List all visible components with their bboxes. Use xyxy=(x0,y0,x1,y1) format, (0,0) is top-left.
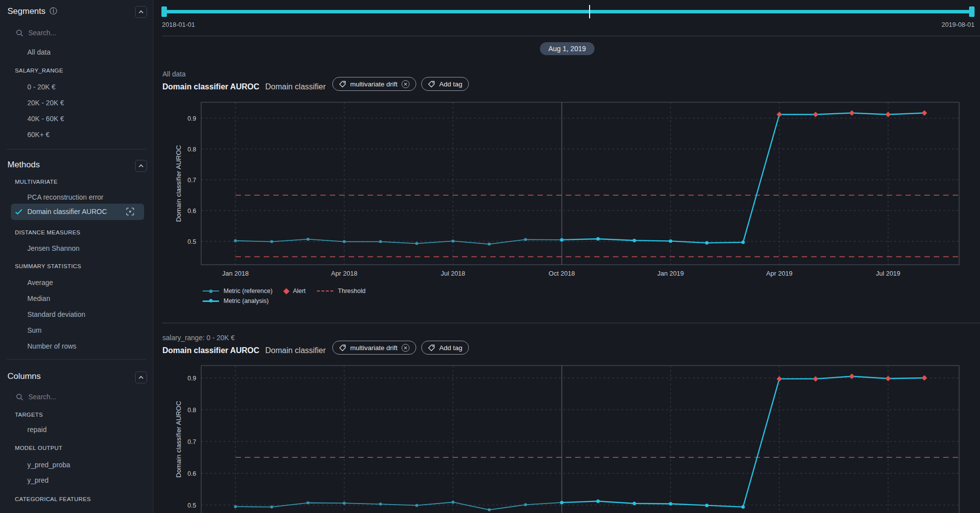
columns-search-input[interactable]: Search... xyxy=(16,393,56,401)
svg-text:0.6: 0.6 xyxy=(188,470,196,477)
sidebar-item-y-pred[interactable]: y_pred xyxy=(27,476,49,484)
segments-search-input[interactable]: Search... xyxy=(16,29,56,37)
metric-chart-all-data[interactable]: 0.50.60.70.80.9Jan 2018Apr 2018Jul 2018O… xyxy=(164,99,964,278)
add-tag-button[interactable]: Add tag xyxy=(421,77,469,91)
methods-title: Methods xyxy=(7,160,40,170)
section-divider xyxy=(162,36,980,36)
svg-text:Jul 2019: Jul 2019 xyxy=(876,270,900,277)
sidebar-item-pca-reconstruction-error[interactable]: PCA reconstruction error xyxy=(27,193,103,201)
checkmark-icon xyxy=(15,209,23,215)
tag-icon xyxy=(428,80,435,88)
sidebar-item-number-of-rows[interactable]: Number of rows xyxy=(27,342,76,350)
sidebar-item-repaid[interactable]: repaid xyxy=(27,426,47,434)
remove-tag-icon[interactable] xyxy=(401,80,410,88)
legend-item-analysis[interactable]: Metric (analysis) xyxy=(203,297,269,304)
analysis-line-swatch xyxy=(203,300,219,302)
legend-label-reference: Metric (reference) xyxy=(224,288,273,294)
panel-title-row: Domain classifier AUROC Domain classifie… xyxy=(162,346,326,355)
alert-diamond-icon xyxy=(283,288,290,294)
sidebar-item-0-20k[interactable]: 0 - 20K € xyxy=(27,83,56,91)
svg-text:0.7: 0.7 xyxy=(188,439,196,445)
tag-label: multivariate drift xyxy=(350,80,397,88)
group-label-distance-measures: DISTANCE MEASURES xyxy=(15,229,80,235)
panel-segment-label: salary_range: 0 - 20K € xyxy=(162,334,235,342)
svg-text:0.9: 0.9 xyxy=(188,115,196,122)
svg-text:0.6: 0.6 xyxy=(188,208,196,215)
segments-search-placeholder: Search... xyxy=(28,29,56,37)
panel-title: Domain classifier AUROC xyxy=(162,346,259,355)
focus-scan-icon[interactable] xyxy=(126,207,135,216)
svg-text:0.7: 0.7 xyxy=(188,177,196,184)
panel-title: Domain classifier AUROC xyxy=(162,82,259,91)
group-label-summary-statistics: SUMMARY STATISTICS xyxy=(15,263,81,269)
timeline-track[interactable] xyxy=(162,10,972,13)
group-label-multivariate: MULTIVARIATE xyxy=(15,179,58,185)
svg-text:0.8: 0.8 xyxy=(188,146,196,153)
sidebar-divider xyxy=(7,149,147,149)
info-icon[interactable]: ⓘ xyxy=(50,7,57,14)
group-label-salary-range: SALARY_RANGE xyxy=(15,68,63,73)
legend-item-alert[interactable]: Alert xyxy=(284,288,306,294)
columns-search-placeholder: Search... xyxy=(28,393,56,401)
remove-tag-icon[interactable] xyxy=(401,344,410,352)
columns-title: Columns xyxy=(7,371,41,381)
svg-text:0.5: 0.5 xyxy=(188,238,196,245)
group-label-targets: TARGETS xyxy=(15,412,43,418)
tag-icon xyxy=(339,344,346,352)
timeline-end-date: 2019-08-01 xyxy=(942,21,975,28)
tag-label: multivariate drift xyxy=(350,344,397,352)
add-tag-label: Add tag xyxy=(439,344,462,352)
timeline-handle-end[interactable] xyxy=(969,6,975,17)
panel-tags: multivariate drift Add tag xyxy=(332,77,469,91)
sidebar-item-domain-classifier-auroc[interactable]: Domain classifier AUROC xyxy=(11,204,144,220)
sidebar-item-median[interactable]: Median xyxy=(27,294,50,302)
legend-item-threshold[interactable]: Threshold xyxy=(317,288,366,294)
chart-legend: Metric (reference) Alert Threshold Metri… xyxy=(203,287,377,306)
svg-text:0.8: 0.8 xyxy=(188,407,196,414)
svg-text:Apr 2018: Apr 2018 xyxy=(331,270,358,277)
svg-text:0.5: 0.5 xyxy=(188,502,196,509)
sidebar-item-40k-60k[interactable]: 40K - 60K € xyxy=(27,115,64,123)
section-divider xyxy=(162,323,980,323)
panel-subtitle: Domain classifier xyxy=(265,346,326,355)
sidebar-item-standard-deviation[interactable]: Standard deviation xyxy=(27,310,85,318)
tag-multivariate-drift[interactable]: multivariate drift xyxy=(332,341,416,355)
reference-line-swatch xyxy=(203,291,219,292)
timeline-cursor[interactable] xyxy=(589,5,590,18)
search-icon xyxy=(16,29,23,37)
group-label-categorical-features: CATEGORICAL FEATURES xyxy=(15,496,91,502)
metric-chart-salary-0-20k[interactable]: 0.50.60.70.80.9Domain classifier AUROC xyxy=(164,362,964,513)
add-tag-label: Add tag xyxy=(439,80,462,88)
panel-title-row: Domain classifier AUROC Domain classifie… xyxy=(162,82,326,91)
app-root: Segments ⓘ Search... Methods Domain clas… xyxy=(0,0,980,513)
svg-text:Jan 2018: Jan 2018 xyxy=(222,270,249,277)
tag-icon xyxy=(428,344,435,352)
sidebar-item-20k-20k[interactable]: 20K - 20K € xyxy=(27,99,64,107)
add-tag-button[interactable]: Add tag xyxy=(421,341,469,355)
sidebar-item-sum[interactable]: Sum xyxy=(27,326,42,334)
methods-collapse-button[interactable] xyxy=(135,160,147,172)
sidebar-item-y-pred-proba[interactable]: y_pred_proba xyxy=(27,461,70,469)
svg-text:Jan 2019: Jan 2019 xyxy=(657,270,684,277)
svg-text:0.9: 0.9 xyxy=(188,375,196,382)
svg-text:Domain classifier AUROC: Domain classifier AUROC xyxy=(175,145,182,222)
timeline-handle-start[interactable] xyxy=(161,6,167,17)
columns-collapse-button[interactable] xyxy=(135,371,147,383)
legend-label-analysis: Metric (analysis) xyxy=(224,297,269,304)
sidebar-item-jensen-shannon[interactable]: Jensen Shannon xyxy=(27,244,79,252)
timeline-start-date: 2018-01-01 xyxy=(162,21,195,28)
selected-date-chip: Aug 1, 2019 xyxy=(540,42,595,55)
sidebar-item-60k-plus[interactable]: 60K+ € xyxy=(27,131,50,139)
svg-text:Jul 2018: Jul 2018 xyxy=(441,270,465,277)
sidebar-divider xyxy=(7,359,147,360)
panel-segment-label: All data xyxy=(162,70,186,78)
sidebar-item-average[interactable]: Average xyxy=(27,279,53,287)
sidebar: Segments ⓘ Search... Methods Domain clas… xyxy=(0,0,153,513)
chevron-up-icon xyxy=(138,164,144,168)
legend-label-threshold: Threshold xyxy=(338,288,366,294)
sidebar-item-all-data[interactable]: All data xyxy=(27,48,51,56)
legend-item-reference[interactable]: Metric (reference) xyxy=(203,288,273,294)
tag-multivariate-drift[interactable]: multivariate drift xyxy=(332,77,416,91)
segments-title: Segments xyxy=(7,6,46,16)
segments-collapse-button[interactable] xyxy=(135,6,147,18)
